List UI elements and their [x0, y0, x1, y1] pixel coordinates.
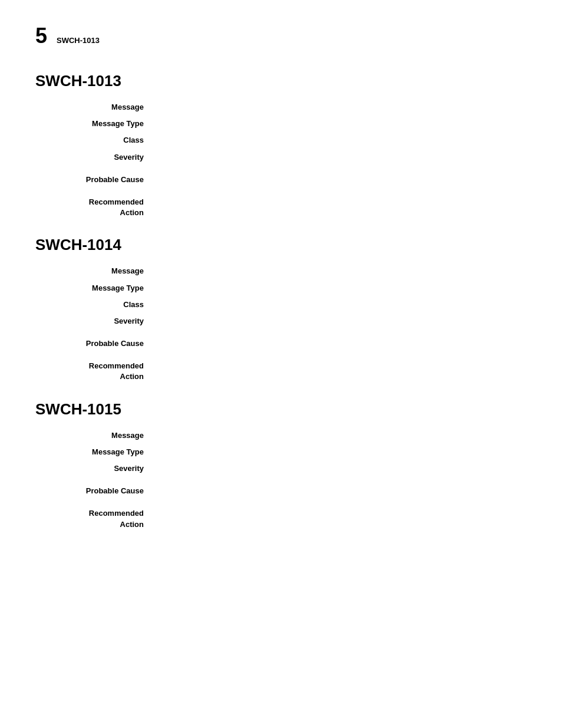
field-label-swch-1014-2: Class [35, 299, 153, 310]
field-row-swch-1013-2: Class [35, 135, 527, 146]
field-value-swch-1014-0 [153, 266, 527, 276]
field-label-swch-1015-2: Severity [35, 463, 153, 474]
field-value-swch-1013-0 [153, 102, 527, 113]
field-value-swch-1014-3 [153, 316, 527, 327]
field-label-swch-1015-4: RecommendedAction [35, 508, 153, 529]
field-value-swch-1014-5 [153, 361, 527, 382]
field-value-swch-1013-4 [153, 174, 527, 185]
field-value-swch-1015-1 [153, 447, 527, 457]
field-value-swch-1014-4 [153, 338, 527, 349]
page-header-title: SWCH-1013 [57, 36, 100, 45]
field-label-swch-1015-3: Probable Cause [35, 486, 153, 496]
field-row-swch-1015-4: RecommendedAction [35, 508, 527, 529]
field-row-swch-1015-2: Severity [35, 463, 527, 474]
field-row-swch-1014-0: Message [35, 266, 527, 276]
section-title-swch-1015: SWCH-1015 [35, 400, 527, 419]
field-label-swch-1013-2: Class [35, 135, 153, 146]
field-value-swch-1015-4 [153, 508, 527, 529]
field-value-swch-1013-2 [153, 135, 527, 146]
section-swch-1013: SWCH-1013MessageMessage TypeClassSeverit… [35, 72, 527, 218]
field-label-swch-1013-0: Message [35, 102, 153, 113]
section-swch-1014: SWCH-1014MessageMessage TypeClassSeverit… [35, 236, 527, 382]
field-row-swch-1015-0: Message [35, 430, 527, 441]
field-row-swch-1015-1: Message Type [35, 447, 527, 457]
field-label-swch-1014-1: Message Type [35, 283, 153, 294]
field-value-swch-1013-1 [153, 118, 527, 129]
page-header: 5 SWCH-1013 [35, 24, 527, 48]
field-label-swch-1014-4: Probable Cause [35, 338, 153, 349]
field-label-swch-1015-1: Message Type [35, 447, 153, 457]
field-label-swch-1014-0: Message [35, 266, 153, 276]
field-label-swch-1015-0: Message [35, 430, 153, 441]
page-number: 5 [35, 24, 47, 48]
field-value-swch-1015-3 [153, 486, 527, 496]
field-value-swch-1014-2 [153, 299, 527, 310]
field-row-swch-1014-1: Message Type [35, 283, 527, 294]
field-value-swch-1015-2 [153, 463, 527, 474]
field-value-swch-1014-1 [153, 283, 527, 294]
field-label-swch-1013-4: Probable Cause [35, 174, 153, 185]
field-value-swch-1013-5 [153, 197, 527, 218]
field-value-swch-1013-3 [153, 152, 527, 163]
section-swch-1015: SWCH-1015MessageMessage TypeSeverityProb… [35, 400, 527, 530]
field-label-swch-1014-5: RecommendedAction [35, 361, 153, 382]
field-label-swch-1013-3: Severity [35, 152, 153, 163]
field-row-swch-1014-5: RecommendedAction [35, 361, 527, 382]
field-row-swch-1014-2: Class [35, 299, 527, 310]
field-value-swch-1015-0 [153, 430, 527, 441]
section-title-swch-1014: SWCH-1014 [35, 236, 527, 254]
sections-container: SWCH-1013MessageMessage TypeClassSeverit… [35, 72, 527, 530]
field-row-swch-1014-4: Probable Cause [35, 338, 527, 349]
field-row-swch-1015-3: Probable Cause [35, 486, 527, 496]
field-row-swch-1013-4: Probable Cause [35, 174, 527, 185]
field-row-swch-1013-5: RecommendedAction [35, 197, 527, 218]
field-label-swch-1013-1: Message Type [35, 118, 153, 129]
section-title-swch-1013: SWCH-1013 [35, 72, 527, 90]
field-row-swch-1013-0: Message [35, 102, 527, 113]
field-row-swch-1014-3: Severity [35, 316, 527, 327]
field-row-swch-1013-1: Message Type [35, 118, 527, 129]
field-label-swch-1013-5: RecommendedAction [35, 197, 153, 218]
field-label-swch-1014-3: Severity [35, 316, 153, 327]
field-row-swch-1013-3: Severity [35, 152, 527, 163]
